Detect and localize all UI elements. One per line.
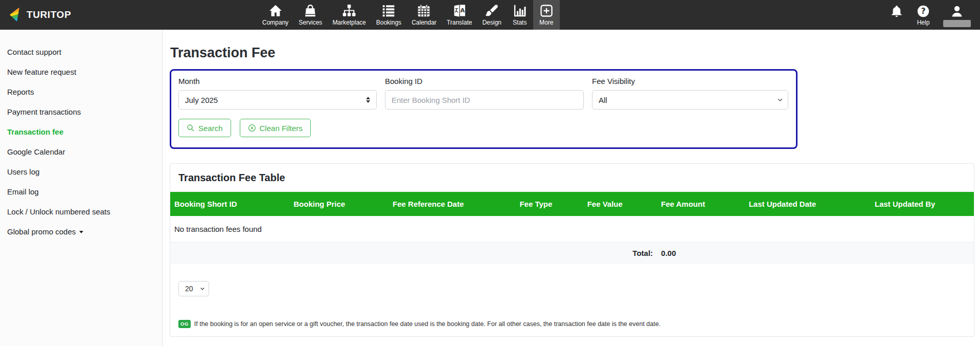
sidebar-item-reports[interactable]: Reports xyxy=(0,82,162,102)
sidebar-item-google-calendar[interactable]: Google Calendar xyxy=(0,142,162,162)
sidebar-item-contact-support[interactable]: Contact support xyxy=(0,42,162,62)
caret-down-icon xyxy=(79,231,83,233)
sidebar-item-global-promo-codes[interactable]: Global promo codes xyxy=(0,222,162,242)
nav-item-more[interactable]: More xyxy=(533,0,560,30)
column-header-fee-value: Fee Value xyxy=(583,192,657,216)
nav-item-calendar[interactable]: Calendar xyxy=(406,0,442,30)
footnote-text: If the booking is for an open service or… xyxy=(194,320,660,328)
column-header-fee-reference-date: Fee Reference Date xyxy=(389,192,515,216)
help-label: Help xyxy=(917,19,930,26)
sidebar-item-email-log[interactable]: Email log xyxy=(0,182,162,202)
transaction-fee-table: Booking Short IDBooking PriceFee Referen… xyxy=(170,192,974,264)
top-nav: CompanyServicesMarketplaceBookingsCalend… xyxy=(257,0,560,30)
total-value: 0.00 xyxy=(657,242,745,264)
sidebar-nav: Contact supportNew feature requestReport… xyxy=(0,42,162,242)
header-right: ? Help xyxy=(890,0,971,30)
question-circle-icon: ? xyxy=(917,5,930,18)
notifications-button[interactable] xyxy=(890,5,903,30)
user-menu[interactable] xyxy=(943,5,971,30)
turitop-flag-icon xyxy=(9,7,23,23)
nav-item-design[interactable]: Design xyxy=(477,0,506,30)
sidebar-item-new-feature-request[interactable]: New feature request xyxy=(0,62,162,82)
month-label: Month xyxy=(178,77,377,85)
clean-filters-button[interactable]: Clean Filters xyxy=(240,119,311,137)
nav-item-translate[interactable]: ATranslate xyxy=(442,0,477,30)
bar-chart-icon xyxy=(513,4,527,18)
sitemap-icon xyxy=(342,4,356,18)
footnote: OG If the booking is for an open service… xyxy=(178,320,974,328)
transaction-fee-card: Transaction Fee Table Booking Short IDBo… xyxy=(170,163,974,337)
fee-visibility-label: Fee Visibility xyxy=(592,77,788,85)
column-header-fee-type: Fee Type xyxy=(515,192,583,216)
column-header-booking-short-id: Booking Short ID xyxy=(170,192,289,216)
column-header-fee-amount: Fee Amount xyxy=(657,192,745,216)
column-header-booking-price: Booking Price xyxy=(289,192,389,216)
empty-message: No transaction fees found xyxy=(170,216,974,242)
table-title: Transaction Fee Table xyxy=(170,164,974,192)
plus-square-icon xyxy=(539,4,554,18)
sidebar: Contact supportNew feature requestReport… xyxy=(0,30,163,346)
nav-item-bookings[interactable]: Bookings xyxy=(371,0,406,30)
help-button[interactable]: ? Help xyxy=(917,5,930,30)
booking-id-label: Booking ID xyxy=(385,77,584,85)
month-select[interactable]: July 2025 xyxy=(178,90,377,110)
empty-row: No transaction fees found xyxy=(170,216,974,242)
table-header-row: Booking Short IDBooking PriceFee Referen… xyxy=(170,192,974,216)
column-header-last-updated-by: Last Updated By xyxy=(871,192,974,216)
sidebar-item-users-log[interactable]: Users log xyxy=(0,162,162,182)
nav-item-marketplace[interactable]: Marketplace xyxy=(327,0,371,30)
main-content: Transaction Fee Month July 2025 Booking … xyxy=(163,30,980,346)
svg-text:A: A xyxy=(460,7,465,14)
svg-text:?: ? xyxy=(921,6,925,16)
sidebar-item-payment-transactions[interactable]: Payment transactions xyxy=(0,102,162,122)
user-name-redacted xyxy=(943,20,971,27)
sidebar-item-transaction-fee[interactable]: Transaction fee xyxy=(0,122,162,142)
nav-item-stats[interactable]: Stats xyxy=(507,0,533,30)
paintbrush-icon xyxy=(485,4,499,18)
search-icon xyxy=(187,124,195,132)
brand-logo[interactable]: TURITOP xyxy=(0,7,71,23)
brand-name: TURITOP xyxy=(27,9,71,20)
page-title: Transaction Fee xyxy=(170,45,974,61)
page-size-select[interactable]: 20 xyxy=(178,281,209,296)
search-button[interactable]: Search xyxy=(178,119,231,137)
total-label: Total: xyxy=(170,242,657,264)
bell-icon xyxy=(890,5,903,18)
circle-x-icon xyxy=(248,124,256,132)
calendar-icon xyxy=(417,4,431,18)
translate-icon: A xyxy=(452,4,467,18)
total-row: Total: 0.00 xyxy=(170,242,974,264)
filter-panel: Month July 2025 Booking ID Fee Visibilit… xyxy=(170,69,797,149)
og-badge: OG xyxy=(178,320,191,328)
shopping-bag-icon xyxy=(303,4,317,18)
booking-id-input[interactable] xyxy=(385,90,584,110)
home-icon xyxy=(268,4,283,18)
column-header-last-updated-date: Last Updated Date xyxy=(745,192,871,216)
sidebar-item-lock-unlock-numbered-seats[interactable]: Lock / Unlock numbered seats xyxy=(0,202,162,222)
list-icon xyxy=(381,4,396,18)
user-icon xyxy=(950,5,964,18)
fee-visibility-select[interactable]: All xyxy=(592,90,788,110)
nav-item-services[interactable]: Services xyxy=(293,0,327,30)
nav-item-company[interactable]: Company xyxy=(257,0,293,30)
top-header: TURITOP CompanyServicesMarketplaceBookin… xyxy=(0,0,980,30)
